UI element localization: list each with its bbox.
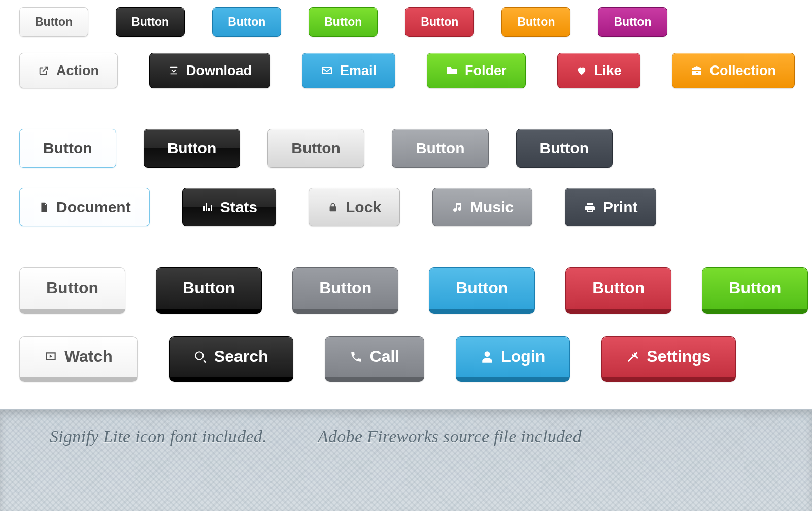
- button-label: Folder: [465, 63, 507, 79]
- button-grey-raised[interactable]: Button: [292, 267, 398, 314]
- tools-icon: [626, 350, 639, 364]
- download-icon: [168, 65, 179, 76]
- button-black-raised[interactable]: Button: [156, 267, 262, 314]
- watch-button[interactable]: Watch: [19, 336, 138, 382]
- login-button[interactable]: Login: [456, 336, 570, 382]
- button-label: Watch: [64, 347, 113, 366]
- button-blue-raised[interactable]: Button: [429, 267, 535, 314]
- button-label: Stats: [220, 199, 257, 216]
- heart-icon: [576, 65, 587, 76]
- button-label: Collection: [710, 63, 776, 79]
- button-label: Print: [603, 199, 637, 216]
- print-button[interactable]: Print: [565, 188, 656, 226]
- email-button[interactable]: Email: [302, 53, 395, 88]
- button-label: Button: [456, 279, 508, 298]
- button-label: Login: [501, 347, 545, 366]
- document-icon: [38, 202, 49, 213]
- stats-icon: [201, 201, 213, 213]
- download-button[interactable]: Download: [149, 53, 270, 88]
- button-label: Button: [167, 140, 217, 157]
- button-label: Document: [56, 199, 131, 216]
- folder-icon: [446, 64, 458, 77]
- button-red[interactable]: Button: [405, 7, 474, 37]
- button-label: Button: [183, 279, 235, 298]
- settings-button[interactable]: Settings: [601, 336, 735, 382]
- footer: Signify Lite icon font included. Adobe F…: [0, 409, 812, 511]
- button-label: Button: [421, 15, 458, 29]
- print-icon: [584, 201, 596, 213]
- button-green-raised[interactable]: Button: [702, 267, 808, 314]
- button-outline[interactable]: Button: [19, 129, 116, 168]
- button-label: Button: [324, 15, 362, 29]
- button-label: Button: [729, 279, 781, 298]
- lock-button[interactable]: Lock: [309, 188, 400, 226]
- stats-button[interactable]: Stats: [182, 188, 276, 226]
- box-icon: [691, 64, 703, 77]
- button-silver[interactable]: Button: [267, 129, 364, 168]
- lock-icon: [327, 202, 339, 213]
- button-label: Button: [416, 140, 465, 157]
- button-label: Call: [370, 347, 400, 366]
- folder-button[interactable]: Folder: [427, 53, 526, 88]
- button-label: Button: [517, 15, 555, 29]
- like-button[interactable]: Like: [557, 53, 640, 88]
- search-button[interactable]: Search: [169, 336, 293, 382]
- collection-button[interactable]: Collection: [672, 53, 795, 88]
- button-label: Button: [614, 15, 651, 29]
- button-blue[interactable]: Button: [212, 7, 281, 37]
- button-label: Settings: [647, 347, 710, 366]
- email-icon: [321, 64, 333, 77]
- action-button[interactable]: Action: [19, 53, 118, 88]
- play-rect-icon: [44, 350, 57, 364]
- button-label: Button: [35, 15, 73, 29]
- button-label: Button: [228, 15, 265, 29]
- button-label: Email: [340, 63, 377, 79]
- button-green[interactable]: Button: [309, 7, 378, 37]
- button-label: Download: [186, 63, 252, 79]
- button-label: Lock: [346, 199, 381, 216]
- button-label: Action: [56, 63, 99, 79]
- button-label: Button: [319, 279, 371, 298]
- button-black[interactable]: Button: [116, 7, 185, 37]
- document-button[interactable]: Document: [19, 188, 150, 226]
- phone-icon: [350, 350, 363, 364]
- button-label: Like: [594, 63, 622, 79]
- footer-text-1: Signify Lite icon font included.: [50, 427, 267, 511]
- button-magenta[interactable]: Button: [598, 7, 667, 37]
- call-button[interactable]: Call: [325, 336, 425, 382]
- external-link-icon: [38, 65, 49, 76]
- music-button[interactable]: Music: [432, 188, 532, 226]
- button-label: Button: [291, 140, 341, 157]
- button-label: Search: [214, 347, 268, 366]
- button-label: Button: [540, 140, 589, 157]
- button-label: Button: [46, 279, 98, 298]
- button-label: Music: [470, 199, 514, 216]
- button-slate[interactable]: Button: [516, 129, 613, 168]
- user-icon: [481, 350, 494, 364]
- footer-text-2: Adobe Fireworks source file included: [318, 427, 582, 511]
- search-icon: [194, 350, 207, 364]
- button-grey[interactable]: Button: [392, 129, 489, 168]
- button-orange[interactable]: Button: [501, 7, 570, 37]
- button-label: Button: [592, 279, 645, 298]
- button-label: Button: [43, 140, 92, 157]
- button-gloss-black[interactable]: Button: [144, 129, 241, 168]
- button-red-raised[interactable]: Button: [565, 267, 671, 314]
- button-white-raised[interactable]: Button: [19, 267, 125, 314]
- music-icon: [451, 201, 463, 213]
- button-white[interactable]: Button: [19, 7, 88, 37]
- button-label: Button: [131, 15, 169, 29]
